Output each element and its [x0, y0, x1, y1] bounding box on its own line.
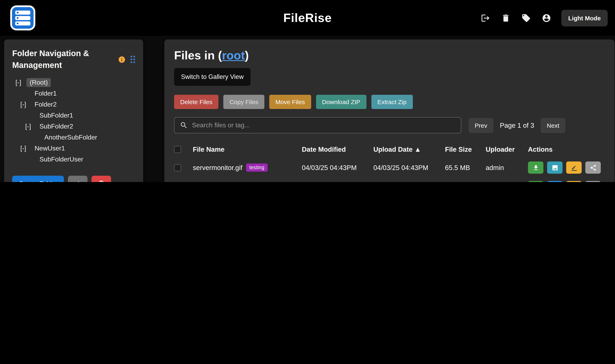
column-header: Actions	[528, 145, 605, 153]
uploader: admin	[486, 164, 528, 171]
account-icon[interactable]	[542, 13, 551, 23]
file-list-card: Files in (root) Switch to Gallery View D…	[164, 39, 615, 182]
column-header[interactable]: File Size	[445, 145, 486, 153]
column-header[interactable]: Upload Date ▲	[373, 145, 445, 153]
folder-panel-title: Folder Navigation & Management	[12, 48, 113, 71]
tree-item[interactable]: [-]SubFolder2	[12, 121, 135, 132]
file-tag-badge: testing	[246, 164, 268, 172]
row-checkbox[interactable]	[174, 164, 181, 171]
tree-item[interactable]: SubFolderUser	[12, 154, 135, 165]
edit-file-button[interactable]	[547, 181, 563, 182]
drag-handle-icon[interactable]	[131, 56, 135, 63]
rename-folder-button[interactable]	[68, 176, 87, 182]
row-actions	[528, 181, 605, 182]
light-mode-button[interactable]: Light Mode	[561, 10, 608, 26]
tree-folder-label[interactable]: (Root)	[26, 78, 51, 87]
app-logo[interactable]	[10, 5, 36, 31]
tree-collapse-toggle[interactable]: [-]	[20, 144, 29, 152]
share-file-button[interactable]	[585, 161, 601, 174]
table-header-row: File NameDate ModifiedUpload Date ▲File …	[174, 141, 605, 158]
tree-item[interactable]: [-]Folder2	[12, 99, 135, 110]
delete-files-button[interactable]: Delete Files	[174, 95, 218, 109]
tree-item[interactable]: Folder1	[12, 88, 135, 99]
column-header[interactable]: File Name	[193, 145, 302, 153]
prev-page-button[interactable]: Prev	[469, 118, 493, 133]
file-row: status-11.json04/03/25 04:43PM04/03/25 0…	[174, 177, 605, 182]
trash-icon[interactable]	[501, 13, 510, 23]
search-box	[174, 117, 461, 133]
pagination: Prev Page 1 of 3 Next	[469, 118, 565, 133]
tree-folder-label[interactable]: AnotherSubFolder	[41, 133, 101, 142]
delete-folder-button[interactable]	[92, 176, 111, 182]
tree-collapse-toggle[interactable]: [-]	[15, 79, 24, 86]
share-file-button[interactable]	[585, 181, 601, 182]
file-row: servermonitor.giftesting04/03/25 04:43PM…	[174, 158, 605, 177]
folder-navigation-panel: Folder Navigation & Management [-](Root)…	[4, 39, 143, 182]
switch-gallery-view-button[interactable]: Switch to Gallery View	[174, 68, 250, 86]
search-row: Prev Page 1 of 3 Next	[174, 117, 605, 133]
title-suffix: )	[245, 49, 249, 62]
extract-files-button[interactable]: Extract Zip	[371, 95, 413, 109]
preview-image-button[interactable]	[547, 161, 563, 174]
title-prefix: Files in (	[174, 49, 222, 62]
top-bar: FileRise Light Mode	[0, 0, 615, 36]
root-folder-link[interactable]: root	[222, 49, 245, 62]
sidebar: Folder Navigation & Management [-](Root)…	[4, 39, 143, 182]
download-button[interactable]	[528, 181, 543, 182]
next-page-button[interactable]: Next	[541, 118, 566, 133]
file-name[interactable]: servermonitor.gif	[193, 164, 242, 171]
logout-icon[interactable]	[481, 13, 490, 23]
tree-item[interactable]: SubFolder1	[12, 110, 135, 121]
top-bar-actions: Light Mode	[481, 10, 608, 26]
table-body: servermonitor.giftesting04/03/25 04:43PM…	[174, 158, 605, 182]
column-header[interactable]: Uploader	[486, 145, 528, 153]
date-modified: 04/03/25 04:43PM	[302, 164, 373, 171]
download-button[interactable]	[528, 161, 543, 174]
rename-file-button[interactable]	[566, 181, 582, 182]
file-size: 65.5 MB	[445, 164, 486, 171]
search-input[interactable]	[192, 122, 461, 129]
tree-item[interactable]: [-]NewUser1	[12, 143, 135, 154]
page-title: Files in (root)	[174, 48, 605, 62]
tree-folder-label[interactable]: Folder1	[31, 89, 60, 98]
tree-collapse-toggle[interactable]: [-]	[20, 101, 29, 108]
info-icon[interactable]	[118, 55, 126, 63]
folder-tree: [-](Root)Folder1[-]Folder2SubFolder1[-]S…	[12, 77, 135, 165]
move-files-button[interactable]: Move Files	[269, 95, 311, 109]
file-table: File NameDate ModifiedUpload Date ▲File …	[174, 141, 605, 182]
search-icon	[174, 121, 192, 129]
create-folder-button[interactable]: Create Folder	[12, 176, 64, 182]
content-area: Folder Navigation & Management [-](Root)…	[0, 36, 615, 182]
tree-folder-label[interactable]: Folder2	[31, 100, 60, 109]
page-indicator: Page 1 of 3	[500, 121, 534, 129]
rename-file-button[interactable]	[566, 161, 582, 174]
trash-icon	[98, 180, 105, 182]
folder-actions: Create Folder	[12, 176, 135, 182]
copy-files-button[interactable]: Copy Files	[223, 95, 264, 109]
tag-icon[interactable]	[522, 13, 531, 23]
bulk-actions: Delete FilesCopy FilesMove FilesDownload…	[174, 95, 605, 109]
select-all-checkbox[interactable]	[174, 146, 181, 153]
tree-folder-label[interactable]: SubFolder2	[36, 122, 76, 131]
app-window: FileRise Light Mode Folder Navigation & …	[0, 0, 615, 182]
tree-collapse-toggle[interactable]: [-]	[25, 123, 34, 130]
tree-folder-label[interactable]: SubFolder1	[36, 111, 76, 120]
rename-icon	[74, 180, 81, 182]
tree-folder-label[interactable]: SubFolderUser	[36, 155, 86, 164]
tree-item[interactable]: [-](Root)	[12, 77, 135, 88]
tree-item[interactable]: AnotherSubFolder	[12, 132, 135, 143]
column-header[interactable]: Date Modified	[302, 145, 373, 153]
zip-files-button[interactable]: Download ZIP	[316, 95, 366, 109]
row-actions	[528, 161, 605, 174]
upload-date: 04/03/25 04:43PM	[373, 164, 445, 171]
tree-folder-label[interactable]: NewUser1	[31, 144, 68, 153]
